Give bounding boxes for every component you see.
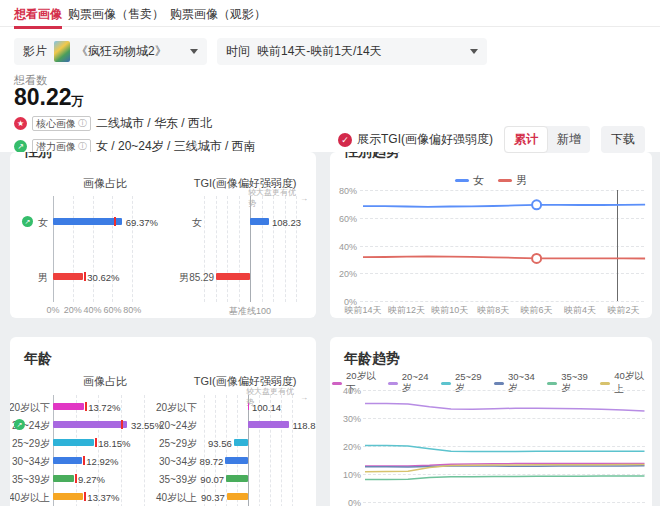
age-section-title: 年龄 — [24, 350, 52, 368]
category-label: 男 — [10, 271, 48, 285]
show-tgi-label: 展示TGI(画像偏好强弱度) — [357, 131, 493, 148]
market-tick — [95, 438, 97, 447]
gender-trend-card: 性别趋势 女男 80%60%40%20%0%映前14天映前12天映前10天映前8… — [330, 152, 652, 318]
axis-line — [53, 196, 54, 302]
caret-down-icon — [190, 49, 198, 58]
bar — [234, 439, 248, 446]
grid-line — [237, 395, 238, 506]
value-label: 108.23 — [272, 217, 301, 228]
segment-new[interactable]: 新增 — [548, 126, 590, 153]
value-label: 9.27% — [78, 474, 105, 485]
grid-line — [132, 196, 133, 302]
bar — [226, 475, 248, 482]
value-label: 118.81 — [292, 420, 316, 431]
grid-line — [121, 395, 122, 506]
count-unit: 万 — [72, 94, 84, 108]
bar — [53, 218, 122, 225]
time-select-label: 时间 — [226, 43, 250, 60]
grid-line — [292, 395, 293, 506]
movie-select-label: 影片 — [23, 43, 47, 60]
bar — [53, 439, 94, 446]
market-tick — [75, 474, 77, 483]
trend-plot — [330, 337, 652, 506]
category-value-label: 男85.29 — [106, 271, 214, 285]
grid-line — [216, 196, 217, 302]
data-point-marker — [532, 254, 541, 263]
category-label: 40岁以上 — [10, 491, 50, 505]
grid-line — [281, 395, 282, 506]
caret-down-icon — [470, 49, 478, 58]
value-label: 13.72% — [88, 402, 120, 413]
movie-select-value: 《疯狂动物城2》 — [76, 43, 167, 60]
category-label: 20岁以下 — [127, 401, 197, 415]
grid-line — [273, 196, 274, 302]
category-label: 20岁以下 — [10, 401, 50, 415]
bar — [53, 421, 127, 428]
bar — [53, 403, 84, 410]
category-label: 20~24岁 — [127, 419, 197, 433]
bar — [53, 475, 74, 482]
value-label: 100.14 — [252, 402, 281, 413]
info-icon[interactable]: ⓘ — [78, 117, 87, 130]
bar — [250, 218, 269, 225]
grid-line — [285, 196, 286, 302]
tab-want-to-see-profile[interactable]: 想看画像 — [14, 6, 62, 23]
bar — [225, 457, 248, 464]
bar — [248, 421, 289, 428]
age-trend-card: 年龄趋势 20岁以下20~24岁25~29岁30~34岁35~39岁40岁以上 … — [330, 337, 652, 506]
core-profile-row: ★ 核心画像ⓘ 二线城市 / 华东 / 西北 — [14, 116, 212, 131]
baseline-axis — [248, 395, 249, 506]
grid-line — [204, 395, 205, 506]
axis-line — [53, 395, 54, 506]
value-label: 89.72 — [181, 456, 223, 467]
category-label: 25~29岁 — [10, 437, 50, 451]
trend-line-35~39岁 — [365, 476, 645, 480]
movie-poster-thumbnail — [54, 41, 70, 62]
market-tick — [84, 492, 86, 501]
market-tick — [121, 420, 123, 429]
grid-line — [73, 196, 74, 302]
grid-line — [76, 395, 77, 506]
mode-segmented-control: 累计 新增 — [504, 126, 590, 153]
age-card: 年龄 画像占比 TGI(画像偏好强弱度) 较大盘更有优势→ 20岁以下13.72… — [10, 337, 316, 506]
bar — [227, 493, 248, 500]
category-label: 30~34岁 — [10, 455, 50, 469]
value-label: 13.37% — [87, 492, 119, 503]
potential-highlight-icon: ↗ — [22, 216, 33, 227]
core-profile-tag: 核心画像ⓘ — [32, 116, 91, 131]
market-tick — [85, 402, 87, 411]
bar — [53, 493, 83, 500]
grid-line — [227, 196, 228, 302]
category-label: 女 — [132, 216, 202, 230]
segment-cumulative[interactable]: 累计 — [504, 126, 548, 153]
gender-share-chart-title: 画像占比 — [60, 176, 150, 191]
grid-line — [204, 196, 205, 302]
tab-ticket-profile-sale[interactable]: 购票画像（售卖） — [68, 6, 164, 23]
tab-ticket-profile-viewing[interactable]: 购票画像（观影） — [170, 6, 266, 23]
audience-profile-page: 想看画像 购票画像（售卖） 购票画像（观影） 影片 《疯狂动物城2》 时间 映前… — [0, 0, 660, 506]
trend-line-女 — [363, 205, 645, 207]
value-label: 12.92% — [86, 456, 118, 467]
download-button[interactable]: 下载 — [601, 126, 645, 153]
value-label: 90.37 — [183, 492, 225, 503]
movie-select[interactable]: 影片 《疯狂动物城2》 — [14, 38, 207, 65]
value-label: 90.07 — [182, 474, 224, 485]
arrow-right-icon: → — [300, 393, 308, 402]
grid-line — [262, 196, 263, 302]
gender-section-title: 性别 — [24, 152, 52, 161]
value-label: 93.56 — [190, 438, 232, 449]
data-point-marker — [532, 200, 541, 209]
market-tick — [83, 456, 85, 465]
tgi-annotation: 较大盘更有优势→ — [248, 187, 308, 209]
time-range-select[interactable]: 时间 映前14天-映前1天/14天 — [217, 38, 487, 65]
potential-highlight-icon: ↗ — [14, 419, 25, 430]
core-profile-text: 二线城市 / 华东 / 西北 — [96, 115, 212, 132]
want-to-see-count-value: 80.22万 — [14, 84, 84, 111]
category-label: 25~29岁 — [127, 437, 197, 451]
bar — [216, 273, 250, 280]
arrow-right-icon: → — [300, 194, 308, 203]
grid-line — [112, 196, 113, 302]
show-tgi-checkbox[interactable]: ✓ 展示TGI(画像偏好强弱度) — [338, 131, 493, 148]
trend-line-20~24岁 — [365, 403, 645, 411]
baseline-axis — [250, 196, 251, 302]
